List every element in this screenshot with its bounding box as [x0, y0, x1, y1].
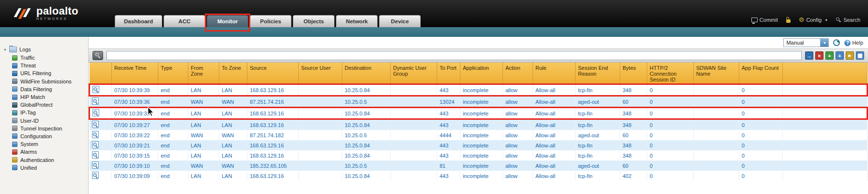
add-filter-button[interactable]: + [825, 51, 834, 60]
sidebar: ▼ Logs TrafficThreatURL FilteringWildFir… [0, 37, 89, 194]
column-header-http-2-connection-session-id[interactable]: HTTP/2 Connection Session ID [647, 63, 694, 84]
apply-filter-button[interactable]: → [805, 51, 813, 60]
column-header-action[interactable]: Action [503, 63, 533, 84]
cell-application: incomplete [460, 161, 503, 171]
cell-to-zone: LAN [219, 140, 247, 150]
column-header-app-flap-count[interactable]: App Flap Count [739, 63, 783, 84]
sidebar-item-hip-match[interactable]: HIP Match [0, 93, 88, 101]
log-detail-icon[interactable] [92, 97, 99, 105]
config-gear-icon: ⚙ [799, 17, 805, 22]
log-detail-icon[interactable] [92, 172, 99, 179]
column-header-source[interactable]: Source [247, 63, 299, 84]
tree-expand-icon[interactable]: ▼ [3, 48, 7, 51]
sidebar-item-unified[interactable]: Unified [0, 164, 88, 172]
cell-detail [90, 119, 112, 130]
column-header-receive-time[interactable]: Receive Time [112, 63, 158, 84]
log-detail-icon[interactable] [92, 131, 99, 138]
column-header-bytes[interactable]: Bytes [620, 63, 647, 84]
refresh-icon[interactable] [833, 39, 840, 46]
table-row-highlighted[interactable]: 07/30 10:39:39endLANLAN168.63.129.1610.2… [90, 84, 868, 96]
config-menu[interactable]: ⚙ Config ▼ [799, 17, 828, 23]
cell-application: incomplete [460, 130, 503, 140]
sidebar-item-url-filtering[interactable]: URL Filtering [0, 69, 88, 77]
sidebar-item-threat[interactable]: Threat [0, 62, 88, 69]
table-row[interactable]: 07/30 10:39:22endWANWAN87.251.74.18210.2… [90, 130, 868, 140]
clear-filter-button[interactable]: × [815, 51, 823, 60]
tab-acc[interactable]: ACC [164, 15, 205, 27]
tab-dashboard[interactable]: Dashboard [115, 15, 162, 27]
configuration-icon [12, 133, 17, 139]
log-filter-input[interactable] [107, 51, 802, 60]
column-header-to-port[interactable]: To Port [437, 63, 460, 84]
export-logs-button[interactable]: ▦ [856, 51, 864, 60]
sidebar-item-globalprotect[interactable]: GlobalProtect [0, 101, 88, 109]
column-header-source-user[interactable]: Source User [299, 63, 342, 84]
column-header-destination[interactable]: Destination [342, 63, 391, 84]
sidebar-item-traffic[interactable]: Traffic [0, 54, 88, 62]
cell-dynamic-user-group [391, 140, 437, 150]
sidebar-item-label: Threat [20, 63, 36, 68]
table-row[interactable]: 07/30 10:39:15endLANLAN168.63.129.1610.2… [90, 150, 868, 161]
cell-application: incomplete [460, 108, 503, 119]
log-detail-icon[interactable] [92, 86, 99, 93]
column-header-from-zone[interactable]: From Zone [188, 63, 219, 84]
column-header-rule[interactable]: Rule [533, 63, 576, 84]
cell-app-flap-count: 0 [739, 150, 783, 161]
tab-monitor[interactable]: Monitor [207, 15, 248, 27]
sidebar-root-logs[interactable]: ▼ Logs [0, 46, 88, 54]
load-filter-button[interactable]: ▸ [846, 51, 854, 60]
help-button[interactable]: ? Help [844, 40, 863, 46]
refresh-mode-select[interactable]: Manual ▼ [783, 38, 829, 47]
log-detail-icon[interactable] [92, 141, 99, 148]
table-row[interactable]: 07/30 10:39:21endLANLAN168.63.129.1610.2… [90, 140, 868, 150]
column-header-session-end-reason[interactable]: Session End Reason [576, 63, 620, 84]
tab-policies[interactable]: Policies [250, 15, 291, 27]
cell-rule: Allow-all [533, 130, 576, 140]
lock-icon[interactable] [786, 19, 791, 23]
sidebar-item-configuration[interactable]: Configuration [0, 132, 88, 140]
cell-type: end [158, 150, 188, 161]
table-row[interactable]: 07/30 10:39:09endLANLAN168.63.129.1610.2… [90, 171, 868, 181]
commit-button[interactable]: Commit [751, 17, 778, 23]
sidebar-item-user-id[interactable]: User-ID [0, 117, 88, 125]
sidebar-item-system[interactable]: System [0, 140, 88, 148]
cell-from-zone: WAN [188, 96, 219, 108]
column-header-type[interactable]: Type [158, 63, 188, 84]
cell-to-port: 81 [437, 161, 460, 171]
search-button[interactable]: Search [836, 17, 860, 23]
column-header-to-zone[interactable]: To Zone [219, 63, 247, 84]
log-detail-icon[interactable] [92, 109, 99, 116]
sidebar-item-data-filtering[interactable]: Data Filtering [0, 85, 88, 93]
tab-device[interactable]: Device [379, 15, 421, 27]
table-row[interactable]: 07/30 10:39:10endWANWAN185.232.65.10510.… [90, 161, 868, 171]
sidebar-item-alarms[interactable]: Alarms [0, 148, 88, 156]
primary-tabs: DashboardACCMonitorPoliciesObjectsNetwor… [115, 15, 421, 27]
log-detail-icon[interactable] [92, 121, 99, 128]
cell-filler [783, 96, 868, 108]
table-row[interactable]: 07/30 10:39:36endWANWAN87.251.74.21610.2… [90, 96, 868, 108]
cell-sdwan-site-name [694, 130, 739, 140]
table-row[interactable]: 07/30 10:39:27endLANLAN168.63.129.1610.2… [90, 119, 868, 130]
column-header-sdwan-site-name[interactable]: SDWAN Site Name [694, 63, 739, 84]
sidebar-item-ip-tag[interactable]: IP-Tag [0, 109, 88, 116]
commit-label: Commit [760, 17, 778, 23]
sidebar-item-wildfire-submissions[interactable]: WildFire Submissions [0, 78, 88, 85]
table-row-highlighted[interactable]: 07/30 10:39:33endLANLAN168.63.129.1610.2… [90, 108, 868, 119]
log-detail-icon[interactable] [92, 162, 99, 169]
column-header-dynamic-user-group[interactable]: Dynamic User Group [391, 63, 437, 84]
cell-app-flap-count: 0 [739, 84, 783, 96]
log-table-wrap: Receive TimeTypeFrom ZoneTo ZoneSourceSo… [89, 63, 868, 194]
log-detail-icon[interactable] [92, 151, 99, 159]
tab-network[interactable]: Network [336, 15, 378, 27]
cell-type: end [158, 96, 188, 108]
cell-sdwan-site-name [694, 140, 739, 150]
tab-objects[interactable]: Objects [293, 15, 335, 27]
wildfire-icon [12, 79, 17, 84]
save-filter-button[interactable]: + [836, 51, 844, 60]
sidebar-item-authentication[interactable]: Authentication [0, 156, 88, 163]
filter-search-button[interactable] [92, 51, 103, 60]
sidebar-item-label: Authentication [20, 157, 54, 163]
column-header-application[interactable]: Application [460, 63, 503, 84]
sidebar-item-tunnel-inspection[interactable]: Tunnel Inspection [0, 125, 88, 132]
cell-type: end [158, 140, 188, 150]
